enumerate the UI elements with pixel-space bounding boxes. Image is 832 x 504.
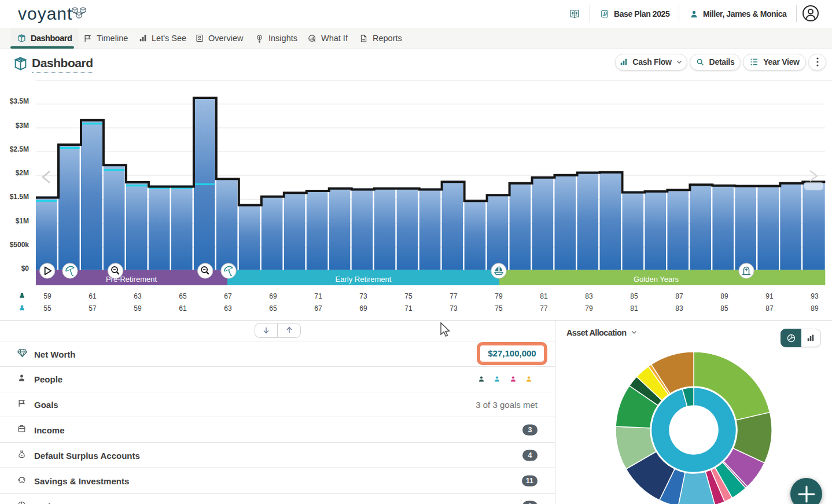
svg-text:55: 55 (43, 304, 51, 312)
svg-text:63: 63 (224, 304, 232, 312)
svg-text:89: 89 (811, 304, 819, 312)
svg-text:79: 79 (495, 292, 503, 300)
svg-text:85: 85 (630, 292, 638, 300)
svg-text:$3M: $3M (16, 122, 29, 130)
svg-text:83: 83 (585, 292, 593, 300)
svg-text:71: 71 (404, 304, 413, 312)
svg-text:87: 87 (765, 304, 774, 312)
svg-text:Golden Years: Golden Years (634, 275, 679, 284)
svg-text:79: 79 (585, 304, 593, 312)
svg-text:85: 85 (720, 304, 728, 312)
svg-text:81: 81 (630, 304, 638, 312)
svg-text:67: 67 (224, 292, 232, 300)
svg-text:65: 65 (179, 292, 187, 300)
svg-text:$0: $0 (21, 264, 30, 273)
svg-text:73: 73 (359, 292, 367, 300)
svg-text:Early Retirement: Early Retirement (336, 275, 392, 284)
svg-text:89: 89 (720, 292, 728, 300)
svg-text:$3.5M: $3.5M (10, 97, 29, 105)
svg-text:75: 75 (495, 304, 503, 312)
svg-text:93: 93 (811, 292, 819, 300)
svg-text:59: 59 (43, 292, 51, 300)
svg-text:67: 67 (314, 304, 322, 312)
svg-text:57: 57 (89, 304, 97, 312)
svg-text:$1M: $1M (16, 217, 29, 225)
svg-text:77: 77 (540, 304, 548, 312)
svg-text:$500k: $500k (10, 241, 30, 249)
svg-text:$2.5M: $2.5M (10, 145, 29, 153)
svg-text:77: 77 (450, 292, 458, 300)
svg-text:69: 69 (269, 292, 277, 300)
svg-text:75: 75 (404, 292, 413, 300)
svg-text:69: 69 (359, 304, 367, 312)
svg-text:65: 65 (269, 304, 277, 312)
svg-text:87: 87 (675, 292, 683, 300)
svg-text:83: 83 (675, 304, 683, 312)
svg-text:71: 71 (314, 292, 322, 300)
svg-text:61: 61 (89, 292, 97, 300)
svg-text:59: 59 (134, 304, 142, 312)
svg-text:$2M: $2M (16, 169, 29, 177)
svg-text:$1.5M: $1.5M (10, 193, 29, 201)
svg-text:81: 81 (540, 292, 548, 300)
svg-text:73: 73 (450, 304, 458, 312)
svg-text:91: 91 (765, 292, 774, 300)
svg-text:63: 63 (134, 292, 142, 300)
svg-text:61: 61 (179, 304, 187, 312)
